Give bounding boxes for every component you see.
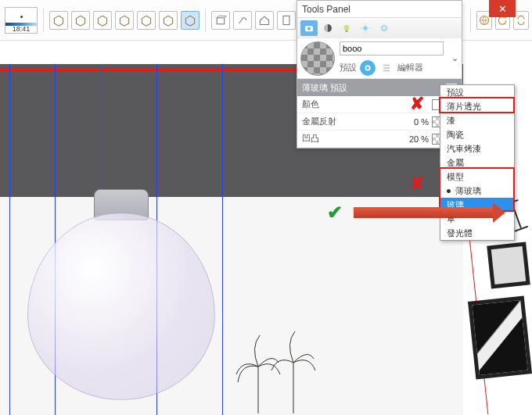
prop-value[interactable]: 20 % [394,134,429,144]
time-widget[interactable]: 18:41 [5,7,38,34]
stack-button[interactable] [233,11,252,30]
editor-label: 編輯器 [397,62,423,73]
cube-d-button[interactable] [115,11,134,30]
menu-item-carpaint[interactable]: 汽車烤漆 [440,141,514,156]
svg-rect-1 [283,16,289,24]
svg-point-9 [344,25,350,30]
prop-label: 金屬反射 [302,116,394,127]
section-header-text: 薄玻璃 預設 [302,82,347,94]
svg-point-19 [366,66,369,70]
tab-checker-icon[interactable] [319,20,336,36]
prop-bump: 凹凸 20 % ⌀ [297,131,462,148]
cube-f-button[interactable] [159,11,178,30]
preset-picker-icon[interactable] [360,60,376,76]
cube-e-button[interactable] [137,11,156,30]
menu-item-translucent[interactable]: 薄片透光 [440,99,514,113]
prop-label: 凹凸 [302,133,394,145]
panel-tabs [297,18,462,38]
tab-camera-icon[interactable] [300,20,318,36]
check-mark-icon: ✔ [327,202,343,224]
cross-mark-icon: ✘ [410,174,424,194]
separator [43,9,44,32]
palm-plant [270,327,317,415]
chevron-down-icon[interactable]: ⌄ [451,53,458,63]
pendant-lamp-bulb [20,197,223,408]
material-thumbnail[interactable] [300,41,335,76]
time-label: 18:41 [5,25,37,33]
tab-sun-icon[interactable] [357,20,374,36]
tab-bulb-icon[interactable] [338,20,355,36]
edge-line [9,64,10,415]
prop-color: 顏色 ✎ [297,96,462,113]
menu-item-ceramic[interactable]: 陶瓷 [440,127,514,141]
section-header[interactable]: 薄玻璃 預設 [297,79,462,96]
separator [205,9,206,32]
arrow-annotation [354,207,494,218]
menu-item-emitter[interactable]: 發光體 [440,226,514,240]
separator [470,9,471,32]
cube-b-button[interactable] [71,11,90,30]
menu-item-thinglass[interactable]: 薄玻璃 [440,184,514,198]
close-button[interactable]: ✕ [489,0,516,17]
menu-item-model[interactable]: 模型 [440,170,514,184]
cross-mark-icon: ✘ [410,94,424,114]
material-name-input[interactable] [340,41,444,55]
cube-c-button[interactable] [93,11,112,30]
svg-rect-10 [346,30,348,32]
box-button[interactable] [211,11,230,30]
menu-item-preset[interactable]: 預設 [440,85,514,99]
doc-button[interactable] [277,11,296,30]
preset-label: 預設 [340,62,357,73]
prop-label: 顏色 [302,98,394,110]
svg-point-16 [382,26,386,30]
tools-panel: Tools Panel 預設 編輯器 ⌄ 薄玻璃 預設 顏色 ✎ 金屬反射 [297,0,462,148]
menu-item-metal[interactable]: 金屬 [440,156,514,170]
cube-g-button[interactable] [181,11,200,30]
tab-gear-icon[interactable] [376,20,393,36]
picture-frame [487,242,530,289]
panel-titlebar[interactable]: Tools Panel [297,1,462,18]
picture-frame [468,296,532,380]
editor-picker-icon[interactable] [379,60,394,76]
house-button[interactable] [255,11,274,30]
svg-rect-0 [217,17,225,23]
loop-button[interactable] [513,11,529,30]
cube-a-button[interactable] [49,11,68,30]
prop-metal: 金屬反射 0 % ⌀ [297,113,462,131]
pendant-wire [100,64,101,201]
menu-item-paint[interactable]: 漆 [440,113,514,127]
svg-point-7 [307,27,311,30]
panel-title-text: Tools Panel [302,4,350,15]
material-row: 預設 編輯器 ⌄ [297,38,462,79]
svg-point-11 [363,26,368,30]
prop-value[interactable]: 0 % [394,117,429,127]
